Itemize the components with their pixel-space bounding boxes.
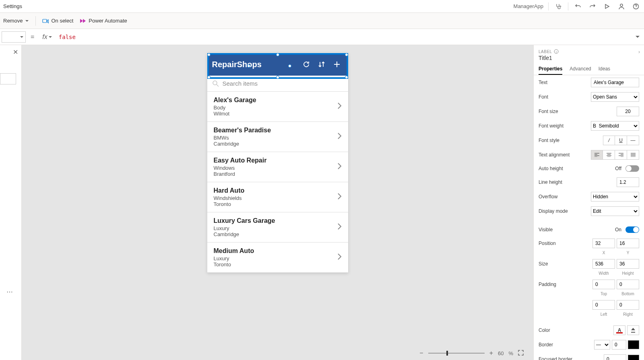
add-icon[interactable] xyxy=(330,58,343,71)
pad-l-input[interactable] xyxy=(592,300,615,310)
focusedborder-color-swatch[interactable] xyxy=(628,355,639,360)
text-input[interactable] xyxy=(591,78,639,87)
toggle-state: Off xyxy=(615,166,621,171)
focusedborder-input[interactable] xyxy=(604,354,626,360)
align-group xyxy=(591,150,639,160)
list-item[interactable]: Luxury Cars GarageLuxuryCambridge xyxy=(207,212,348,243)
prop-label: Font size xyxy=(539,109,617,114)
underline-button[interactable]: U xyxy=(615,136,627,145)
chevron-right-icon xyxy=(337,222,342,232)
formula-input[interactable]: false xyxy=(56,34,631,40)
item-sub1: Windshields xyxy=(214,195,337,201)
item-title: Medium Auto xyxy=(214,247,337,255)
border-width-input[interactable] xyxy=(612,340,626,350)
remove-button[interactable]: Remove xyxy=(3,18,29,24)
list-item[interactable]: Alex's GarageBodyWilmot xyxy=(207,92,348,122)
undo-icon[interactable] xyxy=(573,2,583,11)
overflow-select[interactable]: Hidden xyxy=(591,192,639,202)
sublabel: Bottom xyxy=(617,292,639,296)
pad-t-input[interactable] xyxy=(592,280,615,289)
tab-properties[interactable]: Properties xyxy=(539,66,562,75)
property-selector[interactable] xyxy=(2,31,26,43)
align-justify-button[interactable] xyxy=(627,150,639,160)
stethoscope-icon[interactable] xyxy=(553,2,563,11)
autoheight-toggle[interactable] xyxy=(625,165,639,172)
align-left-button[interactable] xyxy=(591,150,603,160)
tab-ideas[interactable]: Ideas xyxy=(599,66,610,75)
visible-toggle[interactable] xyxy=(625,226,639,233)
close-icon[interactable]: ✕ xyxy=(13,48,18,56)
sublabel: Height xyxy=(617,271,639,276)
expand-formula-icon[interactable] xyxy=(631,33,644,41)
sublabel: Top xyxy=(592,292,615,296)
fullscreen-icon[interactable] xyxy=(518,350,524,357)
item-sub1: BMWs xyxy=(214,135,337,141)
font-select[interactable]: Open Sans xyxy=(591,92,639,102)
item-sub2: Toronto xyxy=(214,261,337,267)
settings-menu[interactable]: Settings xyxy=(3,3,22,9)
onselect-label: On select xyxy=(51,18,73,24)
tree-view-panel: ✕ ⋯ xyxy=(0,45,22,360)
zoom-out-icon[interactable]: − xyxy=(419,350,423,357)
fontweight-select[interactable]: B Semibold xyxy=(591,121,639,131)
prop-label: Padding xyxy=(539,282,592,287)
fx-label[interactable]: fx xyxy=(39,33,55,41)
list-item[interactable]: Easy Auto RepairWindowsBrantford xyxy=(207,152,348,182)
toggle-state: On xyxy=(615,227,621,232)
powerautomate-button[interactable]: Power Automate xyxy=(80,18,127,24)
app-name-label: ManagerApp xyxy=(514,3,543,9)
redo-icon[interactable] xyxy=(588,2,597,11)
border-color-swatch[interactable] xyxy=(628,340,639,349)
fill-color-button[interactable] xyxy=(627,325,639,335)
item-sub1: Windows xyxy=(214,165,337,171)
item-sub1: Luxury xyxy=(214,225,337,231)
prop-label: Text xyxy=(539,80,591,85)
lineheight-input[interactable] xyxy=(617,177,639,187)
canvas[interactable]: RepairShops Search items Alex's GarageBo… xyxy=(22,45,533,360)
size-w-input[interactable] xyxy=(592,259,615,269)
zoom-in-icon[interactable]: + xyxy=(489,350,493,357)
font-color-button[interactable]: A xyxy=(613,325,625,335)
align-right-button[interactable] xyxy=(615,150,627,160)
pos-y-input[interactable] xyxy=(617,239,639,248)
person-icon[interactable] xyxy=(617,2,626,11)
list-item[interactable]: Medium AutoLuxuryToronto xyxy=(207,243,348,273)
italic-button[interactable]: / xyxy=(603,136,615,145)
play-icon[interactable] xyxy=(602,2,612,11)
item-sub2: Cambridge xyxy=(214,231,337,237)
list-item[interactable]: Beamer's ParadiseBMWsCambridge xyxy=(207,122,348,152)
size-h-input[interactable] xyxy=(617,259,639,269)
properties-panel: LABEL Title1 › Properties Advanced Ideas… xyxy=(533,45,644,360)
onselect-button[interactable]: On select xyxy=(42,18,73,24)
chevron-right-icon[interactable]: › xyxy=(638,49,640,55)
align-center-button[interactable] xyxy=(603,150,615,160)
strikethrough-button[interactable]: — xyxy=(627,136,639,145)
help-icon[interactable] xyxy=(631,2,641,11)
refresh-icon[interactable] xyxy=(300,58,313,71)
pad-r-input[interactable] xyxy=(617,300,639,310)
pad-b-input[interactable] xyxy=(617,280,639,289)
pos-x-input[interactable] xyxy=(592,239,615,248)
border-style-select[interactable]: — xyxy=(594,340,610,350)
separator xyxy=(568,2,568,10)
sort-icon[interactable] xyxy=(315,58,328,71)
displaymode-select[interactable]: Edit xyxy=(591,206,639,216)
fontsize-input[interactable] xyxy=(617,107,639,116)
chevron-right-icon xyxy=(337,132,342,142)
tab-advanced[interactable]: Advanced xyxy=(570,66,591,75)
more-icon[interactable]: ⋯ xyxy=(6,288,13,296)
zoom-slider[interactable] xyxy=(428,353,485,354)
chevron-right-icon xyxy=(337,102,342,111)
control-name[interactable]: Title1 xyxy=(539,55,639,61)
tree-item[interactable] xyxy=(0,73,16,84)
app-title[interactable]: RepairShops xyxy=(212,60,297,69)
search-row[interactable]: Search items xyxy=(207,76,348,92)
list-item[interactable]: Hard AutoWindshieldsToronto xyxy=(207,182,348,212)
formula-bar: = fx false xyxy=(0,29,644,45)
action-icon xyxy=(42,18,49,24)
sublabel: X xyxy=(592,251,615,255)
prop-label: Text alignment xyxy=(539,152,591,158)
item-sub1: Body xyxy=(214,105,337,111)
item-sub2: Cambridge xyxy=(214,141,337,147)
sublabel: Y xyxy=(617,251,639,255)
